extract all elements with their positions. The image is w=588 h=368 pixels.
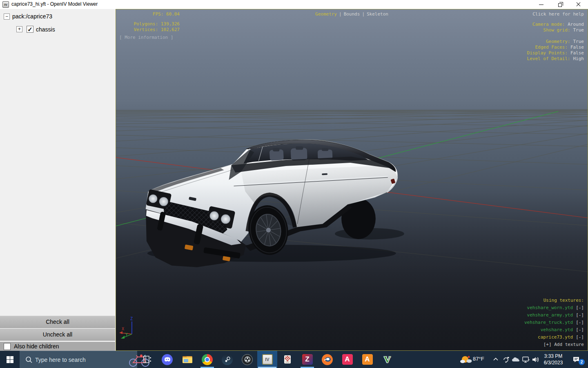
app-a-red-button[interactable] — [337, 351, 357, 368]
discord-icon — [162, 354, 173, 365]
texture-name-highlighted[interactable]: caprice73.ytd — [538, 334, 573, 340]
texture-remove-button[interactable]: [-] — [576, 312, 584, 318]
texture-row: vehshare_army.ytd[-] — [524, 312, 584, 319]
setting-geometry[interactable]: Geometry:True — [527, 39, 584, 45]
steam-app-button[interactable] — [217, 351, 237, 368]
tray-time: 3:33 PM — [540, 353, 567, 359]
vertex-count: Vertices: 102,627 — [119, 27, 180, 33]
fps-counter: FPS: 60.04 — [119, 11, 180, 17]
openiv-app-button[interactable] — [257, 351, 277, 368]
start-button[interactable] — [0, 351, 20, 368]
setting-show-grid[interactable]: Show grid:True — [527, 27, 584, 33]
notification-badge[interactable]: 2 — [579, 359, 585, 365]
texture-name[interactable]: vehshare_truck.ytd — [524, 320, 573, 325]
texture-row: vehshare_worn.ytd[-] — [524, 304, 584, 312]
app-a-orange-button[interactable] — [357, 351, 377, 368]
more-information-link[interactable]: [ More information ] — [119, 35, 180, 40]
setting-display-points[interactable]: Display Points:False — [527, 50, 584, 56]
restore-icon — [558, 3, 562, 7]
model-tree-sidebar: pack:/caprice73 chassis Check all Unchec… — [0, 9, 116, 351]
chassis-label: chassis — [36, 26, 55, 33]
file-explorer-icon — [182, 355, 193, 364]
texture-row: caprice73.ytd[-] — [524, 334, 584, 341]
close-button[interactable] — [569, 0, 588, 9]
check-all-button[interactable]: Check all — [0, 316, 115, 328]
temperature-readout[interactable]: 87°F — [473, 356, 484, 362]
chevron-up-icon[interactable] — [492, 356, 499, 363]
polygon-count: Polygons: 139,326 — [119, 21, 180, 27]
expand-box-icon[interactable] — [16, 26, 22, 32]
taskbar: 87°F 3:33 PM 6/3/2023 2 — [0, 351, 588, 368]
search-input[interactable] — [20, 351, 137, 368]
car-model[interactable] — [146, 139, 404, 267]
volume-icon[interactable] — [532, 356, 540, 363]
texture-remove-button[interactable]: [-] — [576, 320, 584, 325]
settings-overlay: Click here for help Camera mode:Around S… — [527, 11, 584, 62]
obs-app-button[interactable] — [237, 351, 257, 368]
network-icon[interactable] — [522, 356, 530, 363]
discord-app-button[interactable] — [157, 351, 177, 368]
axis-y-label: Y — [125, 332, 128, 337]
add-texture-button[interactable]: [+] Add texture — [524, 341, 584, 348]
texture-remove-button[interactable]: [-] — [576, 305, 584, 310]
chrome-app-button[interactable] — [197, 351, 217, 368]
texture-remove-button[interactable]: [-] — [576, 334, 584, 340]
texture-remove-button[interactable]: [-] — [576, 327, 584, 332]
uncheck-all-button[interactable]: Uncheck all — [0, 328, 115, 341]
app-a-red-icon — [342, 354, 353, 365]
setting-edged-faces[interactable]: Edged Faces:False — [527, 45, 584, 50]
setting-camera-mode[interactable]: Camera mode:Around — [527, 22, 584, 27]
clock[interactable]: 3:33 PM 6/3/2023 — [540, 353, 567, 366]
tree-item-root[interactable]: pack:/caprice73 — [4, 13, 52, 20]
also-hide-children-checkbox[interactable] — [4, 343, 11, 350]
zmodeler-icon — [302, 354, 313, 365]
zmodeler-app-button[interactable] — [297, 351, 317, 368]
texture-row: vehshare_truck.ytd[-] — [524, 319, 584, 326]
tab-geometry[interactable]: Geometry — [315, 11, 337, 17]
textures-title: Using textures: — [524, 297, 584, 304]
tab-bounds[interactable]: Bounds — [344, 11, 360, 17]
textures-overlay: Using textures: vehshare_worn.ytd[-] veh… — [524, 297, 584, 348]
title-bar: caprice73_hi.yft - OpenIV Model Viewer — [0, 0, 588, 9]
viewport-canvas[interactable]: Z X Y — [116, 9, 588, 350]
map-tool-app-button[interactable] — [277, 351, 297, 368]
minimize-button[interactable] — [532, 0, 550, 9]
tray-date: 6/3/2023 — [540, 359, 567, 366]
restore-button[interactable] — [550, 0, 569, 9]
file-explorer-app-button[interactable] — [177, 351, 197, 368]
openiv-icon — [262, 354, 273, 365]
window-layout-app-button[interactable] — [137, 351, 157, 368]
chrome-icon — [202, 354, 213, 365]
collapse-box-icon[interactable] — [4, 13, 10, 20]
blender-app-button[interactable] — [317, 351, 337, 368]
taskbar-search[interactable] — [20, 351, 137, 368]
onedrive-icon[interactable] — [511, 356, 520, 363]
window-title: caprice73_hi.yft - OpenIV Model Viewer — [11, 1, 98, 7]
texture-name[interactable]: vehshare_army.ytd — [527, 312, 573, 318]
tree-item-chassis[interactable]: chassis — [16, 26, 55, 33]
windows-logo-icon — [7, 356, 13, 363]
weather-icon[interactable] — [460, 355, 472, 365]
model-viewport[interactable]: Z X Y FPS: 60.04 Polygons: 139,326 Verti… — [116, 9, 588, 351]
gtav-app-button[interactable] — [377, 351, 397, 368]
window-layout-icon — [143, 355, 152, 364]
map-tool-icon — [283, 355, 292, 364]
help-link[interactable]: Click here for help — [527, 11, 584, 17]
texture-row: vehshare.ytd[-] — [524, 326, 584, 334]
chassis-checkbox[interactable] — [27, 26, 33, 33]
obs-studio-icon — [242, 354, 253, 365]
steam-icon — [222, 354, 233, 365]
minimize-icon — [539, 4, 543, 5]
blender-icon — [322, 354, 333, 365]
openiv-window-icon — [2, 1, 9, 8]
setting-level-of-detail[interactable]: Level of Detail:High — [527, 56, 584, 62]
gtav-icon — [384, 354, 391, 365]
also-hide-children-row[interactable]: Also hide children — [0, 342, 115, 351]
tab-skeleton[interactable]: Skeleton — [367, 11, 388, 17]
tree-root-label: pack:/caprice73 — [12, 13, 52, 20]
axis-x-label: X — [122, 327, 124, 331]
texture-name[interactable]: vehshare_worn.ytd — [527, 305, 573, 310]
axis-z-label: Z — [130, 316, 133, 321]
update-tray-icon[interactable] — [502, 356, 510, 363]
texture-name[interactable]: vehshare.ytd — [541, 327, 573, 332]
